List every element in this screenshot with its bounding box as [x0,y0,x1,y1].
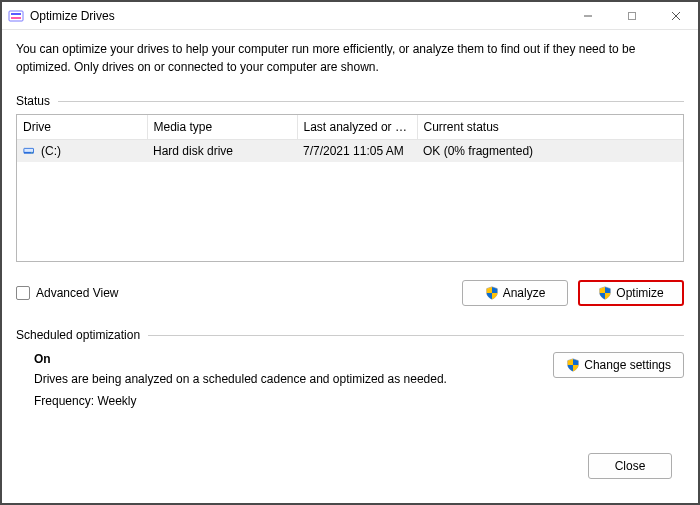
window-title: Optimize Drives [30,9,566,23]
cell-current-status: OK (0% fragmented) [417,140,683,163]
svg-rect-2 [11,17,21,19]
actions-row: Advanced View Analyze [16,280,684,306]
col-last-analyzed[interactable]: Last analyzed or o... [297,115,417,140]
drive-icon [23,144,37,158]
close-button-label: Close [615,459,646,473]
svg-rect-1 [11,13,21,15]
frequency-value: Weekly [97,394,136,408]
shield-icon [485,286,499,300]
titlebar: Optimize Drives [2,2,698,30]
maximize-button[interactable] [610,2,654,29]
scheduled-body: On Drives are being analyzed on a schedu… [16,348,684,408]
col-current-status[interactable]: Current status [417,115,683,140]
optimize-button[interactable]: Optimize [578,280,684,306]
divider [148,335,684,336]
cell-media-type: Hard disk drive [147,140,297,163]
divider [58,101,684,102]
col-drive[interactable]: Drive [17,115,147,140]
analyze-button-label: Analyze [503,286,546,300]
table-row[interactable]: (C:) Hard disk drive 7/7/2021 11:05 AM O… [17,140,683,163]
advanced-view-label: Advanced View [36,286,119,300]
scheduled-description: Drives are being analyzed on a scheduled… [34,372,533,386]
status-header: Status [16,94,684,108]
minimize-button[interactable] [566,2,610,29]
app-icon [8,8,24,24]
svg-point-9 [31,152,32,153]
scheduled-header: Scheduled optimization [16,328,684,342]
window-optimize-drives: Optimize Drives You can optimize your dr… [0,0,700,505]
drives-table: Drive Media type Last analyzed or o... C… [17,115,683,162]
shield-icon [598,286,612,300]
close-button[interactable]: Close [588,453,672,479]
optimize-button-label: Optimize [616,286,663,300]
cell-drive: (C:) [17,140,147,163]
scheduled-frequency: Frequency: Weekly [34,394,533,408]
advanced-view-checkbox[interactable]: Advanced View [16,286,119,300]
checkbox-box [16,286,30,300]
close-window-button[interactable] [654,2,698,29]
scheduled-label: Scheduled optimization [16,328,140,342]
shield-icon [566,358,580,372]
analyze-button[interactable]: Analyze [462,280,568,306]
cell-last-analyzed: 7/7/2021 11:05 AM [297,140,417,163]
content-area: You can optimize your drives to help you… [2,30,698,503]
status-label: Status [16,94,50,108]
svg-rect-4 [629,12,636,19]
table-header-row: Drive Media type Last analyzed or o... C… [17,115,683,140]
change-settings-button[interactable]: Change settings [553,352,684,378]
drives-table-wrap: Drive Media type Last analyzed or o... C… [16,114,684,262]
change-settings-label: Change settings [584,358,671,372]
cell-drive-label: (C:) [41,144,61,158]
footer: Close [16,443,684,491]
svg-rect-0 [9,11,23,21]
col-media-type[interactable]: Media type [147,115,297,140]
description-text: You can optimize your drives to help you… [16,40,684,76]
frequency-label: Frequency: [34,394,94,408]
scheduled-status: On [34,352,533,366]
